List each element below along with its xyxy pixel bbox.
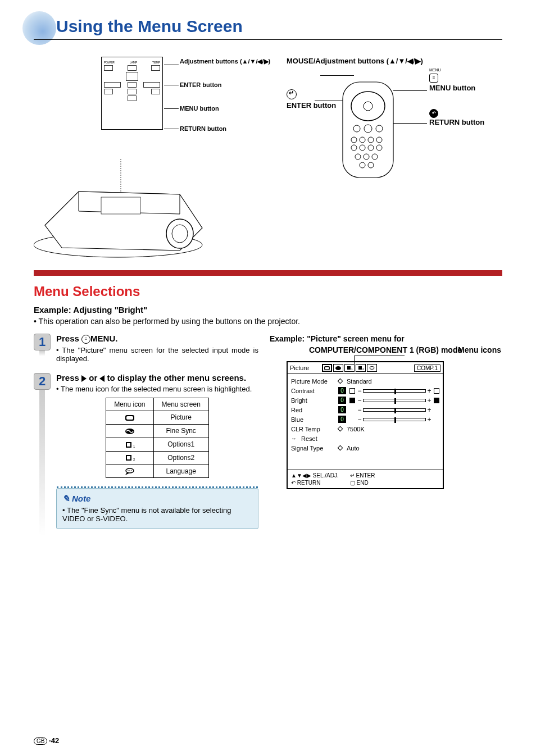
example-subtitle: Example: Adjusting "Bright" <box>34 305 502 315</box>
page-title-wrap: Using the Menu Screen <box>34 17 502 40</box>
reset-arrows-icon: ↔ <box>291 435 297 441</box>
osd-tab-language <box>367 364 377 372</box>
remote-right-labels: MENU ≡ MENU button ↶ RETURN button <box>429 68 502 143</box>
svg-point-35 <box>129 470 130 471</box>
finesync-icon <box>124 427 135 435</box>
table-cell: Picture <box>153 411 208 425</box>
step-2-title: Press or to display the other menu scree… <box>56 373 258 382</box>
section-title: Menu Selections <box>34 284 502 299</box>
page-number: GB-42 <box>34 736 59 745</box>
remote-diagram: MOUSE/Adjustment buttons (▲/▼/◀/▶) ENTER… <box>287 57 502 192</box>
diamond-icon <box>338 426 343 432</box>
picture-icon <box>124 414 135 422</box>
menu-button-label-remote: MENU button <box>429 84 502 92</box>
enter-button-label: ENTER button <box>180 81 222 89</box>
operation-note: This operation can also be performed by … <box>34 317 502 326</box>
mouse-adjustment-label: MOUSE/Adjustment buttons (▲/▼/◀/▶) <box>287 57 423 66</box>
osd-header: Picture 1 2 COMP.1 <box>288 362 443 374</box>
menu-icon: ≡ <box>429 74 438 83</box>
osd-body: Picture Mode Standard Contrast 0 −+ Brig… <box>288 374 443 470</box>
step-2-text: The menu icon for the selected menu scre… <box>56 385 258 393</box>
table-cell: Language <box>153 464 208 478</box>
svg-text:1: 1 <box>351 367 353 371</box>
table-header-icon: Menu icon <box>106 398 153 411</box>
step-1-text: The "Picture" menu screen for the select… <box>56 346 258 363</box>
svg-point-36 <box>131 470 132 471</box>
svg-rect-28 <box>127 443 130 447</box>
svg-point-7 <box>364 102 373 111</box>
step-2: 2 Press or to display the other menu scr… <box>34 373 258 529</box>
svg-rect-1 <box>101 197 140 214</box>
table-row: 2 Options2 <box>106 451 209 464</box>
svg-text:1: 1 <box>133 445 135 448</box>
svg-rect-25 <box>126 416 133 420</box>
diamond-icon <box>338 379 343 384</box>
svg-text:2: 2 <box>362 367 364 371</box>
osd-row-signal-type: Signal Type Auto <box>291 443 439 453</box>
step-number: 1 <box>34 334 51 350</box>
step-1: 1 Press ≡MENU. The "Picture" menu screen… <box>34 334 258 363</box>
osd-tab-picture <box>322 364 332 372</box>
osd-row-contrast: Contrast 0 −+ <box>291 386 439 395</box>
table-cell: Options2 <box>153 451 208 464</box>
svg-rect-40 <box>347 366 351 370</box>
note-pencil-icon: ✎ <box>62 493 70 504</box>
osd-row-clr-temp: CLR Temp 7500K <box>291 424 439 434</box>
osd-row-picture-mode: Picture Mode Standard <box>291 376 439 386</box>
osd-title: Picture <box>290 365 321 371</box>
right-arrow-icon <box>81 375 87 382</box>
osd-row-blue: Blue 0 −+ <box>291 415 439 424</box>
svg-rect-38 <box>325 367 329 369</box>
osd-row-bright: Bright 0 −+ <box>291 395 439 405</box>
svg-rect-42 <box>358 366 362 370</box>
svg-rect-31 <box>127 456 130 459</box>
enter-button-label-remote: ENTER button <box>287 89 336 110</box>
table-row: Fine Sync <box>106 424 209 438</box>
note-box: ✎ Note The "Fine Sync" menu is not avail… <box>56 488 258 529</box>
screen-example-column: Example: "Picture" screen menu for COMPU… <box>270 334 502 539</box>
projector-illustration <box>34 158 214 259</box>
language-icon <box>124 467 135 475</box>
osd-tab-finesync <box>333 364 343 372</box>
note-title: ✎ Note <box>62 493 252 504</box>
menu-tiny-label: MENU <box>429 68 502 72</box>
step-1-title: Press ≡MENU. <box>56 334 258 344</box>
svg-text:2: 2 <box>133 458 135 461</box>
osd-input-badge: COMP.1 <box>414 365 440 372</box>
options1-icon: 1 <box>124 441 135 449</box>
table-cell: Fine Sync <box>153 424 208 438</box>
page-title: Using the Menu Screen <box>34 17 502 40</box>
osd-row-reset: ↔ Reset <box>291 434 439 443</box>
return-button-label: RETURN button <box>180 125 226 133</box>
svg-point-34 <box>128 470 129 471</box>
projector-diagram: POWERLAMPTEMP Adjustment buttons (▲/▼/◀/… <box>34 57 270 259</box>
menu-icons-label: Menu icons <box>458 345 501 354</box>
svg-point-3 <box>172 225 188 243</box>
options2-icon: 2 <box>124 454 135 462</box>
step-number: 2 <box>34 373 51 390</box>
menu-button-label: MENU button <box>180 105 219 112</box>
control-panel-illustration: POWERLAMPTEMP <box>101 57 163 130</box>
section-divider-bar <box>34 270 502 276</box>
adjustment-buttons-label: Adjustment buttons (▲/▼/◀/▶) <box>180 58 270 65</box>
return-button-label-remote: RETURN button <box>429 118 502 126</box>
osd-screen: Picture 1 2 COMP.1 Picture Mode Standard <box>287 361 444 489</box>
note-body: The "Fine Sync" menu is not available fo… <box>62 506 252 523</box>
table-cell: Options1 <box>153 438 208 451</box>
region-badge: GB <box>34 737 47 745</box>
remote-illustration <box>331 79 405 180</box>
diagram-row: POWERLAMPTEMP Adjustment buttons (▲/▼/◀/… <box>34 57 502 259</box>
svg-point-39 <box>335 366 341 370</box>
osd-tab-options2: 2 <box>356 364 366 372</box>
enter-icon <box>287 89 297 99</box>
menu-icon-table: Menu icon Menu screen Picture Fine Sync … <box>106 398 209 478</box>
osd-tab-options1: 1 <box>344 364 355 372</box>
osd-row-red: Red 0 −+ <box>291 405 439 415</box>
svg-point-44 <box>370 366 374 369</box>
osd-footer: ▲▼◀▶ SEL./ADJ. ↶ RETURN ↵ ENTER ▢ END <box>288 470 443 488</box>
diamond-icon <box>338 445 343 451</box>
table-row: Language <box>106 464 209 478</box>
table-row: 1 Options1 <box>106 438 209 451</box>
return-icon: ↶ <box>429 109 438 118</box>
menu-circle-icon: ≡ <box>81 335 90 344</box>
